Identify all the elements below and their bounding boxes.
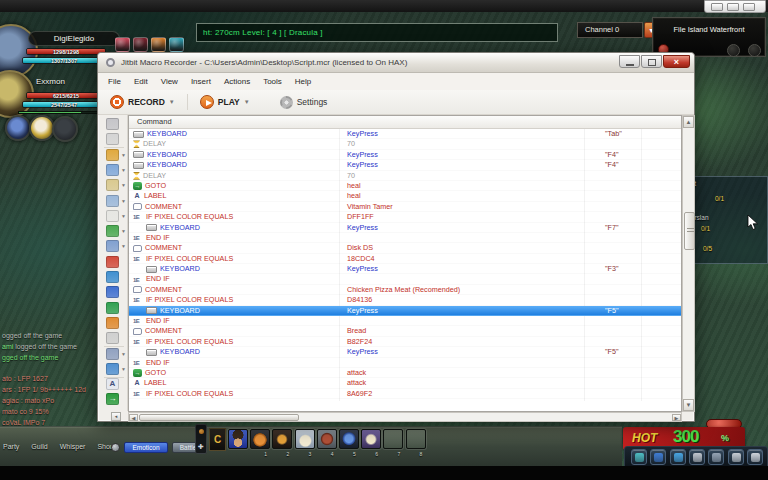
- macro-row[interactable]: 1EEND IF: [129, 358, 681, 368]
- label-icon[interactable]: A: [106, 378, 119, 390]
- macro-row[interactable]: 1EEND IF: [129, 316, 681, 326]
- os-close-button[interactable]: [743, 3, 755, 11]
- chat-tab-guild[interactable]: Guild: [31, 443, 47, 450]
- record-dropdown-icon[interactable]: ▼: [169, 99, 175, 105]
- macro-row[interactable]: 1EEND IF: [129, 274, 681, 284]
- scroll-left-icon[interactable]: ◀: [129, 414, 138, 421]
- macro-row[interactable]: KEYBOARDKeyPress"F4": [129, 150, 681, 160]
- digimon-slot-1[interactable]: [5, 115, 31, 141]
- menu-item-actions[interactable]: Actions: [224, 77, 250, 86]
- macro-row[interactable]: COMMENTChicken Pizza Meat (Recomended): [129, 285, 681, 295]
- bag-menu-button[interactable]: [631, 449, 647, 465]
- dropdown-caret-icon[interactable]: ▼: [121, 366, 126, 372]
- os-minimize-button[interactable]: [711, 3, 723, 11]
- scroll-down-icon[interactable]: ▼: [683, 399, 694, 411]
- digimon-blue-icon[interactable]: [339, 429, 359, 449]
- dropdown-caret-icon[interactable]: ▼: [121, 228, 126, 234]
- fist-skill-icon[interactable]: [250, 429, 270, 449]
- menu-item-tools[interactable]: Tools: [263, 77, 282, 86]
- keyboard-icon[interactable]: [106, 133, 119, 145]
- macro-row[interactable]: 1EIF PIXEL COLOR EQUALS18CDC4: [129, 254, 681, 264]
- hotbar-c-tile[interactable]: C: [209, 428, 226, 451]
- play-dropdown-icon[interactable]: ▼: [244, 99, 250, 105]
- menu-item-file[interactable]: File: [108, 77, 121, 86]
- dropdown-caret-icon[interactable]: ▼: [121, 167, 126, 173]
- gem-icon[interactable]: [169, 37, 184, 52]
- os-maximize-button[interactable]: [727, 3, 739, 11]
- digimon-cream-icon[interactable]: [361, 429, 381, 449]
- dropdown-caret-icon[interactable]: ▼: [121, 213, 126, 219]
- window-icon[interactable]: [106, 164, 119, 176]
- minimap-button[interactable]: [727, 44, 740, 57]
- sleep-item-icon[interactable]: [295, 429, 315, 449]
- macro-row[interactable]: ALABELattack: [129, 378, 681, 388]
- macro-row[interactable]: DELAY70: [129, 139, 681, 149]
- empty-slot[interactable]: [383, 429, 403, 449]
- record-stop-icon[interactable]: [106, 256, 119, 268]
- minimize-button[interactable]: [619, 55, 640, 68]
- chat-scroll-column[interactable]: ✚: [195, 424, 207, 454]
- macro-row[interactable]: 1EIF PIXEL COLOR EQUALSDFF1FF: [129, 212, 681, 222]
- crest-icon[interactable]: [133, 37, 148, 52]
- macro-row[interactable]: ALABELheal: [129, 191, 681, 201]
- globe-icon[interactable]: [106, 302, 119, 314]
- mouse-icon[interactable]: [106, 118, 119, 130]
- loop-icon[interactable]: [106, 363, 119, 375]
- macro-row[interactable]: KEYBOARDKeyPress"Tab": [129, 129, 681, 139]
- macro-row[interactable]: →GOTOheal: [129, 181, 681, 191]
- macro-row[interactable]: →GOTOattack: [129, 368, 681, 378]
- dropdown-caret-icon[interactable]: ▼: [121, 182, 126, 188]
- pouch-menu-button[interactable]: [728, 449, 744, 465]
- settings-button[interactable]: Settings: [276, 92, 332, 112]
- os-window-controls[interactable]: [704, 0, 766, 13]
- macro-row[interactable]: COMMENTDisk DS: [129, 243, 681, 253]
- minimap-zoom-button[interactable]: [748, 44, 761, 57]
- flask-menu-button[interactable]: [670, 449, 686, 465]
- macro-row[interactable]: KEYBOARDKeyPress"F2": [129, 399, 681, 401]
- run-icon[interactable]: [106, 317, 119, 329]
- goto-icon[interactable]: →: [106, 393, 119, 405]
- clipboard-icon[interactable]: [106, 179, 119, 191]
- menu-item-edit[interactable]: Edit: [134, 77, 148, 86]
- macro-row[interactable]: 1EIF PIXEL COLOR EQUALSB82F24: [129, 337, 681, 347]
- image-icon[interactable]: [106, 240, 119, 252]
- dialog-icon[interactable]: [106, 332, 119, 344]
- macro-row[interactable]: KEYBOARDKeyPress"F5": [129, 347, 681, 357]
- document-icon[interactable]: [106, 210, 119, 222]
- dropdown-caret-icon[interactable]: ▼: [121, 198, 126, 204]
- macro-row[interactable]: KEYBOARDKeyPress"F4": [129, 160, 681, 170]
- if-icon[interactable]: [106, 348, 119, 360]
- window-titlebar[interactable]: Jitbit Macro Recorder - C:\Users\Admin\D…: [98, 53, 694, 73]
- scrollbar-thumb[interactable]: [684, 212, 695, 250]
- maximize-button[interactable]: [641, 55, 662, 68]
- web-icon[interactable]: [106, 271, 119, 283]
- menu-item-insert[interactable]: Insert: [191, 77, 211, 86]
- pen-icon[interactable]: [106, 225, 119, 237]
- empty-slot[interactable]: [406, 429, 426, 449]
- menu-item-help[interactable]: Help: [295, 77, 311, 86]
- dropdown-caret-icon[interactable]: ▼: [121, 152, 126, 158]
- menu-item-view[interactable]: View: [161, 77, 178, 86]
- copy-icon[interactable]: [106, 195, 119, 207]
- box-menu-button[interactable]: [650, 449, 666, 465]
- macro-row[interactable]: COMMENTBread: [129, 326, 681, 336]
- chat-tab-whisper[interactable]: Whisper: [60, 443, 86, 450]
- chat-tab-party[interactable]: Party: [3, 443, 19, 450]
- macro-row[interactable]: 1EIF PIXEL COLOR EQUALS8A69F2: [129, 389, 681, 399]
- macro-row[interactable]: 1EIF PIXEL COLOR EQUALSD84136: [129, 295, 681, 305]
- digimon-red-icon[interactable]: [317, 429, 337, 449]
- record-button[interactable]: RECORD ▼: [106, 92, 179, 112]
- device-menu-button[interactable]: [708, 449, 724, 465]
- digimon-slot-3[interactable]: [52, 116, 78, 142]
- dropdown-caret-icon[interactable]: ▼: [121, 351, 126, 357]
- macro-row[interactable]: COMMENTVitamin Tamer: [129, 202, 681, 212]
- play-button[interactable]: PLAY ▼: [196, 92, 254, 112]
- tamer-portrait-icon[interactable]: [228, 429, 248, 449]
- scroll-up-icon[interactable]: ▲: [683, 116, 694, 128]
- horizontal-scrollbar[interactable]: ◀ ▶: [128, 412, 682, 422]
- macro-row[interactable]: 1EEND IF: [129, 233, 681, 243]
- delay-icon[interactable]: [106, 149, 119, 161]
- gear-menu-button[interactable]: [747, 449, 763, 465]
- macro-row[interactable]: DELAY70: [129, 171, 681, 181]
- macro-row[interactable]: KEYBOARDKeyPress"F3": [129, 264, 681, 274]
